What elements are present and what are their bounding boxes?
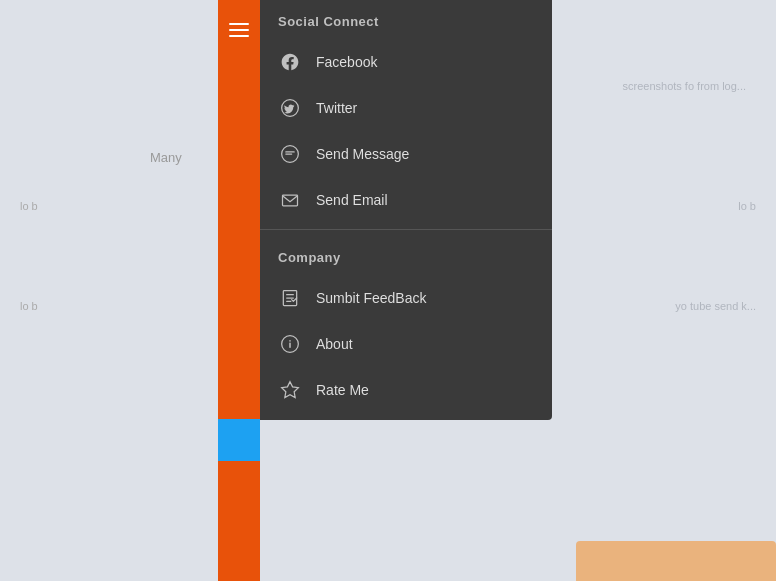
submit-feedback-label: Sumbit FeedBack	[316, 290, 427, 306]
info-icon	[278, 332, 302, 356]
rate-me-menu-item[interactable]: Rate Me	[260, 367, 552, 413]
hamburger-icon	[229, 23, 249, 37]
rate-me-label: Rate Me	[316, 382, 369, 398]
hamburger-line-1	[229, 23, 249, 25]
svg-rect-2	[283, 195, 298, 206]
feedback-icon	[278, 286, 302, 310]
social-section-header: Social Connect	[260, 0, 552, 39]
bg-text-2: lo b	[738, 200, 756, 212]
facebook-label: Facebook	[316, 54, 377, 70]
bg-many-label: Many	[150, 150, 182, 165]
send-message-menu-item[interactable]: Send Message	[260, 131, 552, 177]
facebook-menu-item[interactable]: Facebook	[260, 39, 552, 85]
twitter-label: Twitter	[316, 100, 357, 116]
submit-feedback-menu-item[interactable]: Sumbit FeedBack	[260, 275, 552, 321]
sidebar-blue-button[interactable]	[218, 419, 260, 461]
twitter-menu-item[interactable]: Twitter	[260, 85, 552, 131]
about-label: About	[316, 336, 353, 352]
bg-text-3: yo tube send k...	[675, 300, 756, 312]
message-icon	[278, 142, 302, 166]
bg-numbers-1: lo b	[20, 200, 38, 212]
section-divider	[260, 229, 552, 230]
sidebar-strip	[218, 0, 260, 581]
bg-numbers-2: lo b	[20, 300, 38, 312]
facebook-icon	[278, 50, 302, 74]
dropdown-menu: Social Connect Facebook Twitter Send Mes…	[260, 0, 552, 420]
bottom-bar	[576, 541, 776, 581]
send-email-menu-item[interactable]: Send Email	[260, 177, 552, 223]
hamburger-button[interactable]	[218, 10, 260, 50]
star-icon	[278, 378, 302, 402]
hamburger-line-2	[229, 29, 249, 31]
bg-text-1: screenshots fo from log...	[623, 80, 747, 92]
send-email-label: Send Email	[316, 192, 388, 208]
email-icon	[278, 188, 302, 212]
twitter-icon	[278, 96, 302, 120]
about-menu-item[interactable]: About	[260, 321, 552, 367]
send-message-label: Send Message	[316, 146, 409, 162]
company-section-header: Company	[260, 236, 552, 275]
hamburger-line-3	[229, 35, 249, 37]
